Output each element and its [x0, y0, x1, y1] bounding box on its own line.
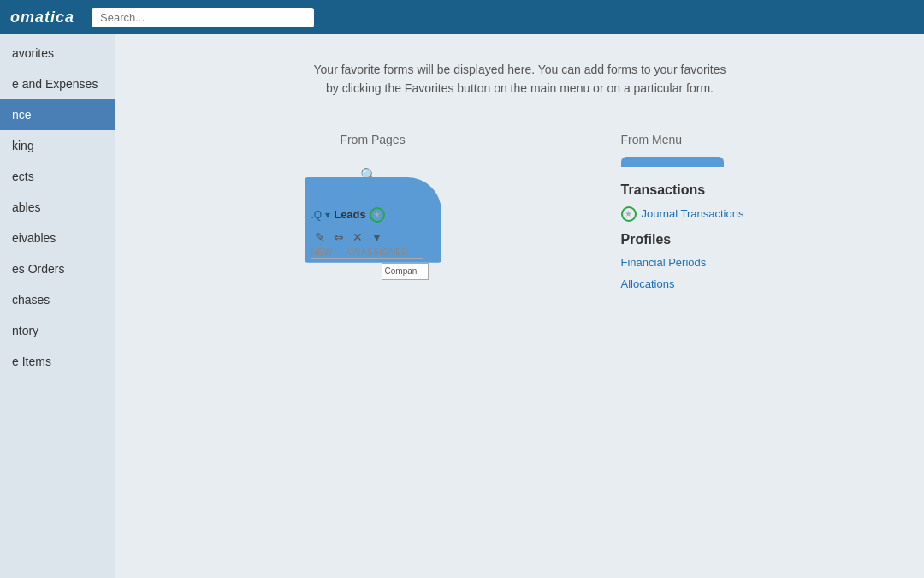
- allocations-link[interactable]: Allocations: [621, 276, 744, 292]
- leads-label: Leads: [334, 208, 366, 221]
- sidebar-item-favorites[interactable]: avorites: [0, 38, 116, 69]
- page-icons: ✎ ⇔ ✕ ▼: [315, 230, 383, 244]
- filter-icon[interactable]: ▼: [371, 230, 383, 244]
- leads-favorite-star[interactable]: ★: [370, 207, 385, 223]
- sidebar-item-inventory[interactable]: ntory: [0, 315, 116, 346]
- tab-new[interactable]: NEW: [311, 247, 333, 257]
- arrow-label: ▾: [325, 209, 330, 221]
- sidebar-item-finance[interactable]: nce: [0, 99, 116, 130]
- from-pages-column: From Pages 🔍 .Q ▾ Leads ★ ✎: [296, 133, 450, 280]
- favorites-hint: Your favorite forms will be displayed he…: [150, 60, 890, 98]
- sidebar-item-projects[interactable]: ects: [0, 161, 116, 192]
- sidebar-item-banking[interactable]: king: [0, 130, 116, 161]
- hint-line1: Your favorite forms will be displayed he…: [150, 60, 890, 79]
- page-toolbar: .Q ▾ Leads ★: [311, 207, 385, 223]
- journal-transactions-star[interactable]: ★: [621, 206, 637, 222]
- from-menu-column: From Menu Transactions ★ Journal Transac…: [621, 133, 744, 292]
- transactions-title: Transactions: [621, 182, 744, 198]
- tab-divider: [311, 258, 423, 259]
- sidebar-item-sales-orders[interactable]: es Orders: [0, 253, 116, 284]
- sidebar-item-expenses[interactable]: e and Expenses: [0, 69, 116, 99]
- profiles-title: Profiles: [621, 232, 744, 247]
- from-pages-label: From Pages: [340, 133, 405, 146]
- tab-unassigned[interactable]: UNASSIGNED: [347, 247, 408, 257]
- journal-transactions-link[interactable]: ★ Journal Transactions: [621, 205, 744, 223]
- menu-illustration: [621, 157, 724, 167]
- header: omatica: [0, 0, 924, 34]
- from-menu-label: From Menu: [621, 133, 744, 146]
- edit-icon[interactable]: ✎: [315, 230, 325, 244]
- close-icon[interactable]: ✕: [352, 230, 363, 244]
- sidebar-item-purchases[interactable]: chases: [0, 284, 116, 315]
- sidebar-item-payables[interactable]: ables: [0, 192, 116, 223]
- app-logo: omatica: [10, 9, 74, 27]
- financial-periods-label: Financial Periods: [621, 256, 707, 269]
- resize-icon[interactable]: ⇔: [334, 230, 344, 244]
- sidebar: avorites e and Expenses nce king ects ab…: [0, 34, 116, 578]
- sidebar-item-receivables[interactable]: eivables: [0, 223, 116, 253]
- page-tabs: NEW UNASSIGNED: [311, 247, 409, 257]
- sidebar-item-items[interactable]: e Items: [0, 346, 116, 377]
- page-illustration: 🔍 .Q ▾ Leads ★ ✎ ⇔ ✕ ▼: [296, 160, 450, 280]
- dot-q-label: .Q: [311, 209, 323, 221]
- journal-transactions-label: Journal Transactions: [642, 207, 744, 220]
- company-field: Compan: [382, 263, 429, 280]
- content-area: Your favorite forms will be displayed he…: [116, 34, 924, 578]
- financial-periods-link[interactable]: Financial Periods: [621, 254, 744, 271]
- allocations-label: Allocations: [621, 277, 675, 290]
- main-layout: avorites e and Expenses nce king ects ab…: [0, 34, 924, 578]
- hint-line2: by clicking the Favorites button on the …: [150, 79, 890, 98]
- favorites-columns: From Pages 🔍 .Q ▾ Leads ★ ✎: [150, 133, 890, 292]
- search-input[interactable]: [92, 8, 314, 27]
